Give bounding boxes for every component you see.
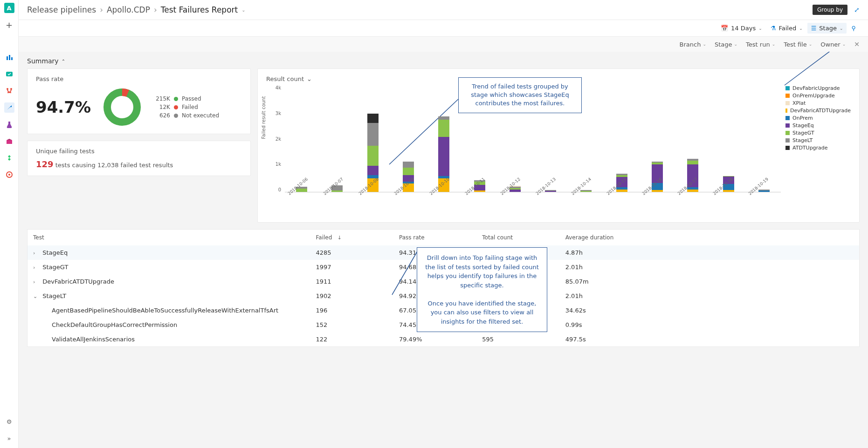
- crumb-page[interactable]: Test Failures Report: [161, 5, 238, 14]
- funnel-icon: ⚲: [851, 25, 856, 32]
- nav-dashboard-icon[interactable]: [4, 52, 14, 62]
- chevron-down-icon: ⌄: [734, 42, 738, 47]
- table-header-row: Test Failed ↓ Pass rate Total count Aver…: [28, 230, 859, 245]
- status-filter[interactable]: ⚗ Failed ⌄: [767, 23, 806, 34]
- svg-point-4: [7, 88, 8, 90]
- y-axis-label: Failed result count: [261, 96, 266, 139]
- settings-icon[interactable]: ⚙: [4, 416, 14, 427]
- svg-point-9: [107, 92, 137, 122]
- nav-ext1-icon[interactable]: [4, 153, 14, 163]
- add-icon[interactable]: +: [4, 20, 14, 30]
- expand-icon[interactable]: ›: [33, 279, 39, 285]
- svg-line-11: [785, 52, 859, 85]
- crumb-root[interactable]: Release pipelines: [27, 5, 96, 14]
- svg-point-5: [10, 88, 12, 90]
- col-total[interactable]: Total count: [476, 230, 559, 245]
- expand-icon[interactable]: ›: [33, 265, 39, 271]
- calendar-icon: 📅: [721, 25, 728, 32]
- breadcrumb: Release pipelines › Apollo.CDP › Test Fa…: [27, 5, 246, 14]
- fullscreen-icon[interactable]: ⤢: [854, 6, 860, 14]
- group-filter[interactable]: ☰ Stage ⌄: [807, 23, 847, 34]
- chevron-down-icon: ⌄: [758, 26, 762, 31]
- col-failed[interactable]: Failed ↓: [310, 230, 393, 245]
- left-nav-rail: A + ⚙ »: [0, 0, 19, 448]
- filter-toggle[interactable]: ⚲: [847, 23, 860, 34]
- chevron-down-icon: ⌄: [772, 42, 776, 47]
- app-root: A + ⚙ » Release pipelines › Apollo.CDP ›…: [0, 0, 868, 448]
- chevron-up-icon: ⌃: [62, 59, 65, 64]
- unique-text: tests causing 12,038 failed test results: [54, 162, 173, 169]
- table-child-row[interactable]: ValidateAllJenkinsScenarios12279.49%5954…: [28, 332, 859, 346]
- unique-body: 129 tests causing 12,038 failed test res…: [36, 159, 242, 169]
- result-count-dropdown[interactable]: Result count ⌄: [266, 75, 312, 82]
- breadcrumb-sep: ›: [100, 5, 103, 14]
- nav-pipelines-icon[interactable]: [4, 102, 14, 113]
- filter-owner-label: Owner: [820, 41, 840, 48]
- content-pane: Release pipelines › Apollo.CDP › Test Fa…: [19, 0, 868, 448]
- summary-toggle[interactable]: Summary ⌃: [27, 57, 65, 65]
- bar-column[interactable]: [392, 162, 425, 192]
- svg-rect-6: [7, 140, 12, 144]
- svg-rect-2: [11, 57, 13, 60]
- close-filters-icon[interactable]: ✕: [854, 41, 860, 48]
- chevron-down-icon: ⌄: [307, 75, 312, 82]
- filter-testrun-label: Test run: [746, 41, 770, 48]
- chevron-down-icon[interactable]: ⌄: [241, 7, 245, 13]
- chart-legend: DevFabricUpgradeOnPremUpgradeXPlatDevFab…: [781, 85, 851, 216]
- group-filter-label: Stage: [819, 25, 837, 32]
- pass-rate-donut: [102, 87, 142, 127]
- days-filter-label: 14 Days: [731, 25, 756, 32]
- svg-rect-1: [9, 55, 10, 60]
- col-avg[interactable]: Average duration: [560, 230, 859, 245]
- chevron-down-icon: ⌄: [809, 42, 813, 47]
- unique-failing-card: Unique failing tests 129 tests causing 1…: [27, 141, 251, 176]
- pass-rate-card: Pass rate 94.7% 215KPassed12KFailed626No…: [27, 68, 251, 134]
- pass-rate-value: 94.7%: [36, 98, 91, 116]
- svg-rect-0: [7, 56, 8, 60]
- annotation-callout-1: Trend of failed tests grouped by stage w…: [458, 77, 582, 113]
- pass-rate-title: Pass rate: [36, 75, 242, 82]
- chevron-down-icon: ⌄: [799, 26, 803, 31]
- group-by-tooltip: Group by: [813, 5, 847, 15]
- failing-tests-table-card: Drill down into Top failing stage with t…: [27, 229, 860, 347]
- group-icon: ☰: [811, 25, 817, 32]
- crumb-project[interactable]: Apollo.CDP: [107, 5, 150, 14]
- chevron-down-icon: ⌄: [840, 26, 843, 31]
- annotation-callout-2: Drill down into Top failing stage with t…: [417, 247, 547, 332]
- days-filter[interactable]: 📅 14 Days ⌄: [717, 23, 766, 34]
- expand-icon[interactable]: ›: [33, 250, 39, 256]
- nav-boards-icon[interactable]: [4, 69, 14, 79]
- filter-testfile[interactable]: Test file⌄: [784, 41, 812, 48]
- result-count-label: Result count: [266, 75, 304, 82]
- col-test[interactable]: Test: [28, 230, 310, 245]
- filter-branch-label: Branch: [680, 41, 701, 48]
- secondary-filter-row: Branch⌄ Stage⌄ Test run⌄ Test file⌄ Owne…: [19, 37, 868, 52]
- filter-testrun[interactable]: Test run⌄: [746, 41, 775, 48]
- filter-branch[interactable]: Branch⌄: [680, 41, 706, 48]
- status-filter-label: Failed: [778, 25, 796, 32]
- summary-cards: Pass rate 94.7% 215KPassed12KFailed626No…: [27, 68, 860, 223]
- filter-stage[interactable]: Stage⌄: [715, 41, 737, 48]
- bar-column[interactable]: [641, 162, 674, 192]
- summary-label: Summary: [27, 57, 59, 65]
- nav-testplans-icon[interactable]: [4, 119, 14, 129]
- unique-count: 129: [36, 159, 54, 169]
- filter-stage-label: Stage: [715, 41, 732, 48]
- bar-column[interactable]: [676, 159, 710, 192]
- primary-filter-row: 📅 14 Days ⌄ ⚗ Failed ⌄ ☰ Stage ⌄ ⚲: [19, 20, 868, 37]
- chevron-down-icon: ⌄: [703, 42, 706, 47]
- filter-owner[interactable]: Owner⌄: [820, 41, 846, 48]
- nav-repos-icon[interactable]: [4, 86, 14, 96]
- col-passrate[interactable]: Pass rate: [393, 230, 476, 245]
- expand-icon[interactable]: ⌄: [33, 293, 39, 299]
- x-tick-labels: 2018-10-062018-10-072018-10-082018-10-09…: [285, 194, 781, 199]
- svg-point-8: [8, 174, 10, 176]
- project-logo[interactable]: A: [4, 3, 14, 13]
- y-tick-labels: 4k3k2k1k0: [271, 85, 281, 192]
- nav-artifacts-icon[interactable]: [4, 136, 14, 146]
- nav-ext2-icon[interactable]: [4, 170, 14, 180]
- sort-desc-icon: ↓: [338, 235, 342, 241]
- main-body: Summary ⌃ Pass rate 94.7%: [19, 52, 868, 448]
- collapse-rail-icon[interactable]: »: [4, 433, 14, 443]
- breadcrumb-sep: ›: [154, 5, 157, 14]
